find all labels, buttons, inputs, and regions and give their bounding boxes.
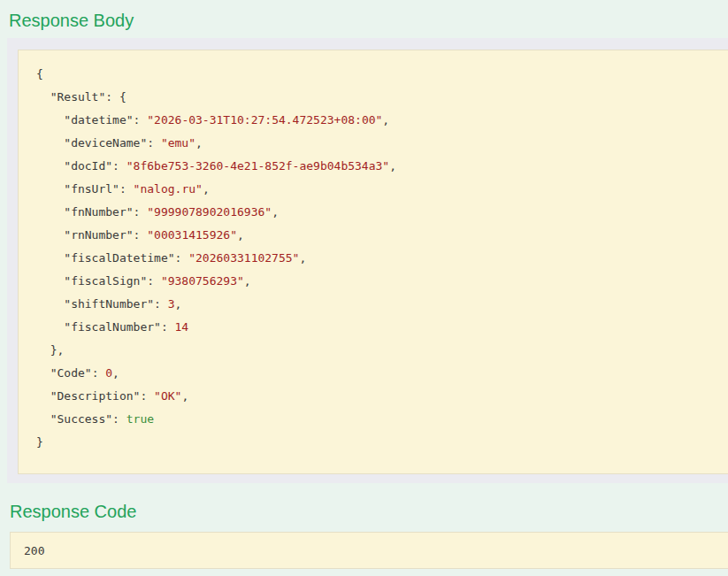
code-line: "Result": { (36, 86, 719, 109)
code-line: "Description": "OK", (36, 385, 719, 408)
code-line: "fiscalDatetime": "20260331102755", (36, 247, 719, 270)
code-line: "fiscalSign": "9380756293", (36, 270, 719, 293)
code-line: "docId": "8f6be753-3260-4e21-852f-ae9b04… (36, 155, 719, 178)
code-line: "deviceName": "emu", (36, 132, 719, 155)
response-code-value: 200 (24, 544, 44, 557)
response-body-title: Response Body (0, 0, 728, 31)
code-line: "fnNumber": "9999078902016936", (36, 201, 719, 224)
page: Response Body { "Result": { "datetime": … (0, 0, 728, 569)
code-line: "Code": 0, (36, 362, 719, 385)
code-line: "datetime": "2026-03-31T10:27:54.472523+… (36, 109, 719, 132)
response-body-panel: { "Result": { "datetime": "2026-03-31T10… (7, 38, 728, 483)
code-line: "Success": true (36, 408, 719, 431)
code-line: "shiftNumber": 3, (36, 293, 719, 316)
code-line: "fnsUrl": "nalog.ru", (36, 178, 719, 201)
response-code-title: Response Code (0, 483, 728, 522)
code-line: }, (36, 339, 719, 362)
response-body-codebox: { "Result": { "datetime": "2026-03-31T10… (18, 50, 728, 474)
code-line: { (36, 63, 719, 86)
code-line: } (36, 431, 719, 454)
code-line: "rnNumber": "00031415926", (36, 224, 719, 247)
response-code-box: 200 (10, 532, 728, 569)
response-body-code: { "Result": { "datetime": "2026-03-31T10… (19, 50, 728, 473)
code-line: "fiscalNumber": 14 (36, 316, 719, 339)
